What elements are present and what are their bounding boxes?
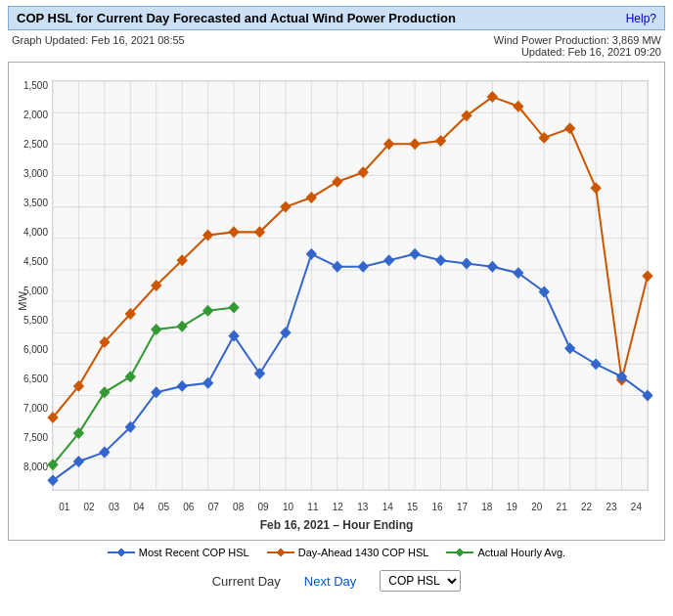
y-tick: 6,000: [9, 344, 52, 374]
x-tick: 19: [500, 502, 524, 512]
svg-marker-59: [591, 183, 601, 193]
legend-line-green: [446, 547, 473, 558]
y-tick: 4,500: [9, 256, 52, 286]
chart-svg: [53, 81, 648, 490]
help-link[interactable]: Help?: [626, 12, 656, 25]
legend: Most Recent COP HSL Day-Ahead 1430 COP H…: [8, 541, 665, 562]
svg-marker-61: [643, 271, 652, 281]
svg-marker-52: [410, 139, 420, 149]
x-tick: 12: [326, 502, 350, 512]
svg-marker-48: [306, 193, 316, 202]
svg-marker-76: [410, 249, 420, 259]
x-tick: 04: [126, 502, 151, 512]
y-tick: 5,500: [9, 315, 52, 344]
svg-marker-45: [229, 227, 239, 237]
x-tick: 01: [52, 502, 76, 512]
x-tick: 08: [226, 502, 250, 512]
svg-marker-99: [456, 549, 464, 556]
x-tick: 05: [152, 502, 176, 512]
x-tick: 06: [176, 502, 201, 512]
x-tick: 15: [400, 502, 425, 512]
x-tick: 20: [524, 502, 549, 512]
current-day-label: Current Day: [212, 574, 281, 589]
next-day-link[interactable]: Next Day: [304, 574, 356, 589]
x-tick: 23: [599, 502, 623, 512]
y-tick: 3,500: [9, 198, 52, 227]
wind-power-updated: Updated: Feb 16, 2021 09:20: [494, 46, 661, 58]
wind-power-info: Wind Power Production: 3,869 MW Updated:…: [494, 34, 661, 58]
y-tick: 2,000: [9, 110, 52, 139]
x-tick: 22: [574, 502, 599, 512]
meta-row: Graph Updated: Feb 16, 2021 08:55 Wind P…: [8, 34, 665, 58]
x-tick: 10: [276, 502, 300, 512]
svg-marker-67: [177, 381, 187, 391]
x-tick: 14: [375, 502, 399, 512]
svg-marker-82: [565, 343, 575, 353]
wind-power-label: Wind Power Production: 3,869 MW: [494, 34, 661, 46]
legend-item-orange: Day-Ahead 1430 COP HSL: [267, 547, 429, 558]
legend-label-blue: Most Recent COP HSL: [139, 547, 249, 558]
y-tick: 7,000: [9, 403, 52, 432]
x-tick: 18: [474, 502, 499, 512]
y-tick: 3,000: [9, 168, 52, 198]
svg-marker-77: [436, 255, 446, 265]
svg-marker-68: [203, 377, 213, 387]
x-tick: 24: [624, 502, 649, 512]
y-tick: 4,000: [9, 227, 52, 256]
legend-label-green: Actual Hourly Avg.: [477, 547, 565, 558]
svg-marker-58: [565, 123, 575, 133]
svg-marker-72: [306, 249, 316, 259]
chart-area: [52, 80, 649, 491]
legend-line-blue: [108, 547, 135, 558]
y-ticks: 8,0007,5007,0006,5006,0005,5005,0004,500…: [9, 80, 52, 491]
x-axis-title: Feb 16, 2021 – Hour Ending: [9, 518, 664, 532]
legend-item-green: Actual Hourly Avg.: [446, 547, 565, 558]
y-tick: 6,500: [9, 374, 52, 403]
y-tick: 7,500: [9, 432, 52, 462]
x-tick: 17: [450, 502, 474, 512]
header-bar: COP HSL for Current Day Forecasted and A…: [8, 6, 665, 30]
chart-container: MW 8,0007,5007,0006,5006,0005,5005,0004,…: [8, 62, 665, 541]
y-tick: 8,000: [9, 462, 52, 491]
svg-marker-89: [125, 372, 135, 381]
svg-marker-93: [229, 302, 239, 312]
y-tick: 1,500: [9, 80, 52, 110]
x-tick: 02: [76, 502, 101, 512]
graph-updated: Graph Updated: Feb 16, 2021 08:55: [12, 34, 185, 58]
legend-line-orange: [267, 547, 294, 558]
x-tick: 03: [102, 502, 126, 512]
legend-label-orange: Day-Ahead 1430 COP HSL: [298, 547, 429, 558]
svg-marker-92: [203, 305, 213, 315]
svg-marker-78: [462, 258, 471, 268]
x-tick: 13: [350, 502, 375, 512]
header-title: COP HSL for Current Day Forecasted and A…: [17, 11, 456, 25]
x-tick: 09: [250, 502, 275, 512]
legend-item-blue: Most Recent COP HSL: [108, 547, 249, 558]
page-wrapper: COP HSL for Current Day Forecasted and A…: [0, 0, 673, 601]
svg-marker-49: [333, 177, 342, 187]
y-tick: 5,000: [9, 286, 52, 315]
y-tick: 2,500: [9, 139, 52, 168]
svg-marker-91: [177, 322, 187, 331]
svg-marker-97: [277, 549, 285, 556]
x-tick: 16: [425, 502, 449, 512]
svg-marker-75: [384, 255, 394, 265]
x-tick: 21: [549, 502, 573, 512]
cop-hsl-dropdown[interactable]: COP HSLCOP LSLCOP MW: [380, 570, 461, 592]
x-tick: 07: [202, 502, 226, 512]
svg-marker-95: [117, 549, 125, 556]
footer-nav: Current Day Next Day COP HSLCOP LSLCOP M…: [8, 562, 665, 595]
svg-marker-83: [591, 359, 601, 369]
x-tick: 11: [300, 502, 325, 512]
x-axis-labels: 0102030405060708091011121314151617181920…: [52, 502, 649, 512]
